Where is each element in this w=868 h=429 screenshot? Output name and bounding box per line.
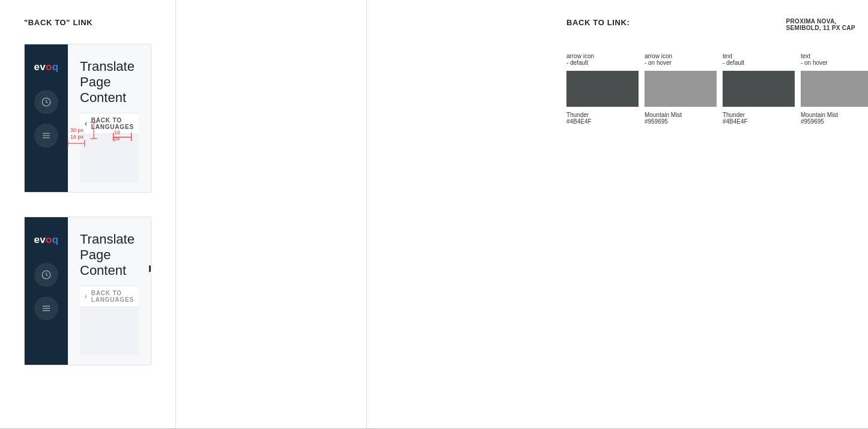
swatch-boxes-row bbox=[566, 71, 868, 107]
content-area-hover: Translate Page Content ‹ BACK TO LANGUAG… bbox=[68, 217, 151, 365]
logo-red-dot-hover: o bbox=[46, 234, 52, 245]
back-link-label-default: BACK TO LANGUAGES bbox=[91, 117, 134, 130]
right-panel: BACK TO LINK: PROXIMA NOVA, SEMIBOLD, 11… bbox=[542, 0, 868, 429]
back-link-default[interactable]: ‹ BACK TO LANGUAGES bbox=[80, 113, 139, 134]
content-body-default bbox=[80, 134, 139, 182]
svg-line-2 bbox=[46, 102, 47, 103]
evoq-logo: evoq bbox=[34, 61, 58, 73]
swatch-box-1 bbox=[645, 71, 717, 107]
spec-title-group: BACK TO LINK: bbox=[566, 18, 630, 31]
back-chevron-icon: ‹ bbox=[85, 119, 88, 128]
list-icon bbox=[41, 130, 52, 141]
col-label-0: arrow icon - default bbox=[566, 53, 645, 66]
nav-icon-list[interactable] bbox=[34, 124, 58, 148]
swatch-name-3: Mountain Mist bbox=[801, 112, 868, 118]
col-label-3-line1: text bbox=[801, 53, 868, 59]
left-panel: "BACK TO" LINK evoq bbox=[0, 0, 176, 429]
cursor-indicator: ▶ bbox=[149, 262, 151, 274]
swatch-box-2 bbox=[723, 71, 795, 107]
col-label-2: text - default bbox=[723, 53, 801, 66]
swatch-column-labels: arrow icon - default arrow icon - on hov… bbox=[566, 53, 868, 66]
page-heading-default: Translate Page Content bbox=[80, 59, 139, 106]
swatch-info-0: Thunder #4B4E4F bbox=[566, 112, 645, 125]
logo-red-dot: o bbox=[46, 61, 52, 73]
sidebar-nav-hover: evoq bbox=[25, 217, 68, 365]
mock-card-hover: evoq bbox=[24, 217, 151, 365]
sidebar-nav: evoq bbox=[25, 44, 68, 192]
content-area-default: Translate Page Content ‹ BACK TO LANGUAG… bbox=[68, 44, 151, 192]
col-label-1-line1: arrow icon bbox=[645, 53, 723, 59]
nav-icon-list-hover[interactable] bbox=[34, 296, 58, 320]
back-to-link-spec-title: BACK TO LINK: bbox=[566, 18, 630, 27]
swatch-hex-0: #4B4E4F bbox=[566, 118, 645, 125]
swatch-hex-2: #4B4E4F bbox=[723, 118, 801, 125]
logo-blue-dot-hover: q bbox=[52, 234, 59, 245]
content-body-hover bbox=[80, 307, 139, 355]
col-label-1-line2: - on hover bbox=[645, 59, 723, 66]
svg-line-28 bbox=[46, 275, 47, 276]
col-label-0-line1: arrow icon bbox=[566, 53, 645, 59]
swatch-name-0: Thunder bbox=[566, 112, 645, 118]
back-link-hover[interactable]: ‹ BACK TO LANGUAGES bbox=[80, 286, 139, 307]
swatch-name-1: Mountain Mist bbox=[645, 112, 723, 118]
swatch-hex-3: #959695 bbox=[801, 118, 868, 125]
logo-area: evoq bbox=[25, 54, 68, 85]
col-label-2-line1: text bbox=[723, 53, 801, 59]
col-label-1: arrow icon - on hover bbox=[645, 53, 723, 66]
swatch-info-1: Mountain Mist #959695 bbox=[645, 112, 723, 125]
swatch-name-2: Thunder bbox=[723, 112, 801, 118]
nav-icon-clock[interactable] bbox=[34, 90, 58, 114]
clock-icon bbox=[41, 97, 52, 107]
col-label-3: text - on hover bbox=[801, 53, 868, 66]
back-chevron-icon-hover: ‹ bbox=[85, 292, 88, 301]
swatch-info-2: Thunder #4B4E4F bbox=[723, 112, 801, 125]
font-spec-group: PROXIMA NOVA, SEMIBOLD, 11 PX CAP bbox=[786, 18, 855, 43]
clock-icon-hover bbox=[41, 269, 52, 280]
swatch-names-row: Thunder #4B4E4F Mountain Mist #959695 Th… bbox=[566, 112, 868, 125]
section-title: "BACK TO" LINK bbox=[24, 18, 151, 27]
swatch-info-3: Mountain Mist #959695 bbox=[801, 112, 868, 125]
list-icon-hover bbox=[41, 303, 52, 314]
vertical-divider bbox=[366, 0, 367, 429]
font-spec-label: PROXIMA NOVA, SEMIBOLD, 11 PX CAP bbox=[786, 18, 855, 31]
col-label-2-line2: - default bbox=[723, 59, 801, 66]
col-label-0-line2: - default bbox=[566, 59, 645, 66]
mock-card-default: evoq bbox=[24, 44, 151, 193]
swatch-box-0 bbox=[566, 71, 639, 107]
page-wrapper: "BACK TO" LINK evoq bbox=[0, 0, 868, 429]
col-label-3-line2: - on hover bbox=[801, 59, 868, 66]
swatch-box-3 bbox=[801, 71, 868, 107]
nav-icon-clock-hover[interactable] bbox=[34, 263, 58, 287]
swatch-hex-1: #959695 bbox=[645, 118, 723, 125]
logo-area-hover: evoq bbox=[25, 227, 68, 258]
back-link-label-hover: BACK TO LANGUAGES bbox=[91, 290, 134, 303]
evoq-logo-hover: evoq bbox=[34, 234, 58, 246]
spec-header: BACK TO LINK: PROXIMA NOVA, SEMIBOLD, 11… bbox=[566, 18, 868, 43]
logo-blue-dot: q bbox=[52, 61, 59, 73]
page-heading-hover: Translate Page Content bbox=[80, 232, 139, 278]
